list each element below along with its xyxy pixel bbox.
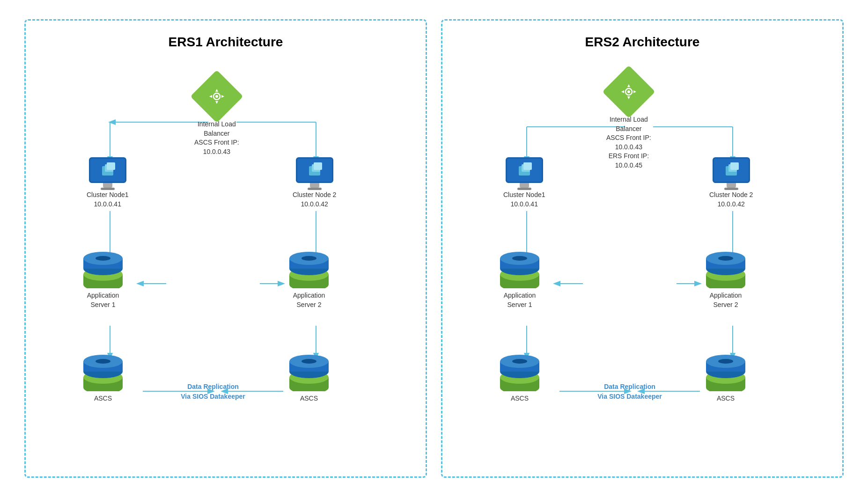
ers1-node2: Cluster Node 210.0.0.42 — [293, 157, 336, 209]
cube-icon — [98, 162, 117, 178]
ers2-cluster-node2-icon — [713, 157, 750, 188]
ers1-ascs2: ASCS — [288, 354, 330, 403]
svg-point-37 — [302, 256, 316, 261]
ers1-node1: Cluster Node110.0.0.41 — [87, 157, 129, 209]
svg-rect-23 — [314, 162, 322, 170]
svg-marker-68 — [621, 90, 624, 93]
svg-point-44 — [96, 359, 110, 364]
ers2-app-server2-label: ApplicationServer 2 — [710, 291, 742, 309]
ers2-app-server1: ApplicationServer 1 — [499, 251, 541, 309]
ers1-replication-label: Data ReplicationVia SIOS Datakeeper — [162, 382, 265, 402]
ers2-ascs1-label: ASCS — [511, 394, 529, 403]
ers1-ascs2-label: ASCS — [300, 394, 318, 403]
ers2-node1-label: Cluster Node110.0.0.41 — [503, 190, 545, 209]
ers2-app-server1-icon — [499, 251, 541, 288]
ers1-ascs1: ASCS — [82, 354, 124, 403]
ers2-lb-label: Internal LoadBalancerASCS Front IP:10.0.… — [606, 115, 651, 170]
page-container: ERS1 Architecture — [0, 0, 868, 497]
svg-marker-15 — [215, 101, 218, 104]
svg-rect-75 — [730, 162, 739, 170]
app-server1-icon — [82, 251, 124, 288]
cluster-node2-icon — [296, 157, 333, 188]
ers2-node2-label: Cluster Node 210.0.0.42 — [709, 190, 753, 209]
ers2-ascs1-icon — [499, 354, 541, 391]
svg-point-103 — [718, 359, 733, 364]
svg-marker-16 — [209, 95, 212, 98]
lb-arrows-icon — [208, 88, 225, 105]
ers2-node2: Cluster Node 210.0.0.42 — [709, 157, 753, 209]
svg-marker-14 — [215, 89, 218, 92]
lb-diamond-icon — [190, 70, 243, 123]
svg-point-89 — [718, 256, 733, 261]
svg-marker-69 — [633, 90, 636, 93]
ers1-ascs1-label: ASCS — [94, 394, 112, 403]
ers1-diagram: Internal LoadBalancerASCS Front IP:10.0.… — [35, 54, 416, 475]
ers2-ascs2-icon — [705, 354, 747, 391]
ers1-app-server1: ApplicationServer 1 — [82, 251, 124, 309]
svg-rect-72 — [523, 162, 532, 170]
cube-icon-2 — [305, 162, 324, 178]
ers2-cube-icon-2 — [722, 162, 741, 178]
svg-rect-20 — [107, 162, 115, 170]
ers1-box: ERS1 Architecture — [24, 19, 427, 478]
ers2-replication-label: Data ReplicationVia SIOS Datakeeper — [578, 382, 681, 402]
ers2-app-server2-icon — [705, 251, 747, 288]
svg-point-65 — [627, 90, 630, 93]
cluster-node1-icon — [89, 157, 126, 188]
svg-point-82 — [512, 256, 527, 261]
ers2-node1: Cluster Node110.0.0.41 — [503, 157, 545, 209]
ers2-ascs2-label: ASCS — [717, 394, 735, 403]
ers2-app-server1-label: ApplicationServer 1 — [504, 291, 536, 309]
ers2-ascs1: ASCS — [499, 354, 541, 403]
ers1-app-server2-label: ApplicationServer 2 — [293, 291, 325, 309]
svg-point-51 — [302, 359, 316, 364]
app-server2-icon — [288, 251, 330, 288]
ers1-app-server2: ApplicationServer 2 — [288, 251, 330, 309]
ers2-cluster-node1-icon — [506, 157, 543, 188]
ers2-lb-diamond-icon — [602, 65, 655, 118]
ers1-lb-label: Internal LoadBalancerASCS Front IP:10.0.… — [194, 120, 239, 156]
svg-point-96 — [512, 359, 527, 364]
ers1-title: ERS1 Architecture — [35, 35, 416, 50]
svg-marker-67 — [627, 96, 630, 99]
ers1-node2-label: Cluster Node 210.0.0.42 — [293, 190, 336, 209]
svg-point-13 — [215, 95, 218, 98]
ers2-title: ERS2 Architecture — [452, 35, 833, 50]
svg-marker-66 — [627, 84, 630, 87]
ers1-lb: Internal LoadBalancerASCS Front IP:10.0.… — [194, 78, 239, 156]
ers1-app-server1-label: ApplicationServer 1 — [87, 291, 119, 309]
ers2-lb: Internal LoadBalancerASCS Front IP:10.0.… — [606, 73, 651, 170]
ers1-node1-label: Cluster Node110.0.0.41 — [87, 190, 129, 209]
ers2-app-server2: ApplicationServer 2 — [705, 251, 747, 309]
ascs1-icon — [82, 354, 124, 391]
ers2-box: ERS2 Architecture — [441, 19, 844, 478]
ascs2-icon — [288, 354, 330, 391]
svg-marker-17 — [221, 95, 224, 98]
ers2-cube-icon — [515, 162, 534, 178]
ers2-ascs2: ASCS — [705, 354, 747, 403]
svg-point-30 — [96, 256, 110, 261]
ers2-lb-arrows-icon — [620, 83, 637, 100]
ers2-diagram: Internal LoadBalancerASCS Front IP:10.0.… — [452, 54, 833, 475]
